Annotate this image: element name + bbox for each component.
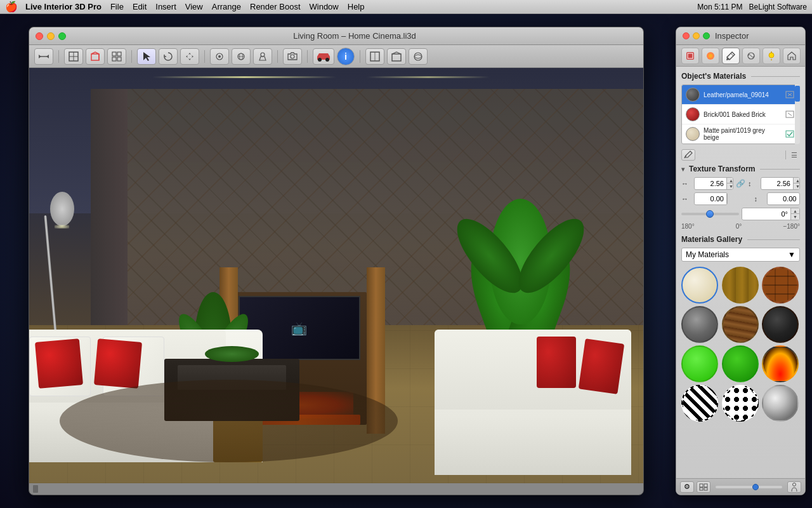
tt-scale-x-up[interactable]: ▲ — [726, 178, 733, 184]
gallery-item-dark[interactable] — [762, 306, 799, 343]
insert-menu[interactable]: Insert — [155, 2, 176, 11]
tt-offset-x-group[interactable]: ▲ ▼ — [694, 192, 728, 205]
camera-3d-btn[interactable] — [283, 48, 302, 65]
gallery-item-spot[interactable] — [722, 385, 759, 422]
material-item-1[interactable]: Leather/pamela_09014 — [682, 85, 799, 105]
top-view-btn[interactable] — [365, 48, 384, 65]
perspective-btn[interactable] — [387, 48, 406, 65]
gallery-item-wood1[interactable] — [722, 267, 759, 304]
tab-room[interactable] — [783, 48, 801, 64]
svg-rect-9 — [117, 57, 121, 61]
gallery-item-green1[interactable] — [681, 345, 718, 382]
inspector-settings-btn[interactable]: ⚙ — [680, 481, 694, 493]
materials-list-container: Leather/pamela_09014 Brick/001 Baked Bri… — [681, 84, 800, 144]
inspector-minimize-button[interactable] — [693, 32, 700, 39]
gallery-dropdown[interactable]: My Materials ▼ — [681, 248, 800, 262]
material-item-2[interactable]: Brick/001 Baked Brick — [682, 105, 799, 124]
gallery-item-zebra[interactable] — [681, 385, 718, 422]
material-action-2[interactable] — [784, 109, 796, 120]
tt-scale-y-stepper[interactable]: ▲ ▼ — [793, 178, 800, 189]
tt-offset-y-group[interactable]: ▲ ▼ — [767, 192, 801, 205]
view-menu[interactable]: View — [185, 2, 203, 11]
gallery-item-fire[interactable] — [762, 345, 799, 382]
inspector-person-btn[interactable] — [787, 481, 801, 493]
angle-slider[interactable] — [681, 209, 739, 219]
point-light-btn[interactable] — [210, 48, 229, 65]
tt-scale-x-group[interactable]: ▲ ▼ — [694, 177, 733, 190]
angle-input-group[interactable]: ▲ ▼ — [742, 208, 801, 220]
angle-input[interactable] — [742, 209, 791, 219]
gallery-item-green2[interactable] — [722, 345, 759, 382]
tt-link-icon[interactable]: 🔗 — [736, 179, 745, 188]
tt-scale-y-group[interactable]: ▲ ▼ — [761, 177, 800, 190]
main-close-button[interactable] — [36, 32, 43, 40]
angle-stepper[interactable]: ▲ ▼ — [790, 208, 799, 220]
3d-viewport[interactable]: 📺 — [29, 68, 643, 483]
render-boost-menu[interactable]: Render Boost — [250, 2, 301, 11]
gallery-dropdown-arrow: ▼ — [788, 250, 796, 259]
tt-scale-x-stepper[interactable]: ▲ ▼ — [726, 178, 733, 189]
gallery-item-stone[interactable] — [681, 306, 718, 343]
tt-offset-x-up[interactable]: ▲ — [726, 193, 728, 199]
inspector-grid-btn[interactable] — [697, 481, 710, 493]
material-action-1[interactable] — [784, 89, 796, 100]
angle-thumb[interactable] — [706, 210, 714, 218]
tab-paint[interactable] — [722, 48, 740, 64]
angle-down[interactable]: ▼ — [790, 214, 799, 220]
rotate-tool-btn[interactable] — [159, 48, 178, 65]
svg-rect-6 — [112, 52, 116, 56]
tt-offset-x-stepper[interactable]: ▲ ▼ — [726, 193, 728, 204]
inspector-zoom-thumb[interactable] — [752, 484, 759, 490]
gallery-item-cream[interactable] — [681, 267, 718, 304]
window-menu[interactable]: Window — [310, 2, 339, 11]
tt-offset-x-down[interactable]: ▼ — [726, 199, 728, 204]
sphere-btn[interactable] — [232, 48, 251, 65]
tab-color[interactable] — [702, 48, 719, 64]
move-tool-btn[interactable] — [180, 48, 199, 65]
tt-scale-x-input[interactable] — [695, 178, 726, 189]
angle-up[interactable]: ▲ — [790, 208, 799, 214]
help-menu[interactable]: Help — [348, 2, 365, 11]
select-tool-btn[interactable] — [137, 48, 156, 65]
orbit-btn[interactable] — [409, 48, 428, 65]
tt-offset-y-down[interactable]: ▼ — [799, 199, 801, 204]
floor-plan-btn[interactable] — [64, 48, 83, 65]
gallery-item-metal[interactable] — [762, 385, 799, 422]
tt-offset-y-stepper[interactable]: ▲ ▼ — [799, 193, 801, 204]
material-action-3[interactable] — [784, 128, 796, 140]
main-traffic-lights — [36, 32, 66, 40]
3d-view-btn[interactable] — [86, 48, 105, 65]
tt-toggle[interactable]: ▾ — [681, 166, 684, 173]
main-minimize-button[interactable] — [47, 32, 55, 40]
tab-materials[interactable] — [681, 48, 699, 64]
tt-scale-y-input[interactable] — [761, 178, 793, 189]
view-toggle-btn[interactable] — [107, 48, 126, 65]
eyedropper-btn[interactable] — [681, 149, 695, 161]
gallery-item-brick[interactable] — [762, 267, 799, 304]
inspector-zoom-slider[interactable] — [716, 486, 782, 488]
app-name[interactable]: Live Interior 3D Pro — [25, 2, 102, 11]
main-maximize-button[interactable] — [58, 32, 66, 40]
arrange-menu[interactable]: Arrange — [212, 2, 241, 11]
inspector-maximize-button[interactable] — [703, 32, 710, 39]
inspector-close-button[interactable] — [683, 32, 690, 39]
tt-scale-y-up[interactable]: ▲ — [793, 178, 800, 184]
apple-menu[interactable]: 🍎 — [5, 1, 18, 13]
tab-texture[interactable] — [742, 48, 760, 64]
tab-light[interactable] — [763, 48, 780, 64]
tt-scale-y-down[interactable]: ▼ — [793, 184, 800, 189]
material-item-3[interactable]: Matte paint/1019 grey beige — [682, 124, 799, 144]
tt-scale-x-down[interactable]: ▼ — [726, 184, 733, 189]
gallery-grid — [681, 267, 800, 422]
spot-light-btn[interactable] — [253, 48, 272, 65]
gallery-item-wood2[interactable] — [722, 306, 759, 343]
file-menu[interactable]: File — [110, 2, 124, 11]
info-btn[interactable]: i — [337, 48, 355, 65]
edit-menu[interactable]: Edit — [133, 2, 147, 11]
tt-offset-y-up[interactable]: ▲ — [799, 193, 801, 199]
tt-offset-y-input[interactable] — [768, 194, 799, 204]
render-btn[interactable] — [313, 48, 334, 65]
back-forward-btn[interactable] — [34, 48, 53, 65]
material-swatch-3 — [686, 127, 700, 141]
tt-offset-x-input[interactable] — [695, 194, 726, 204]
